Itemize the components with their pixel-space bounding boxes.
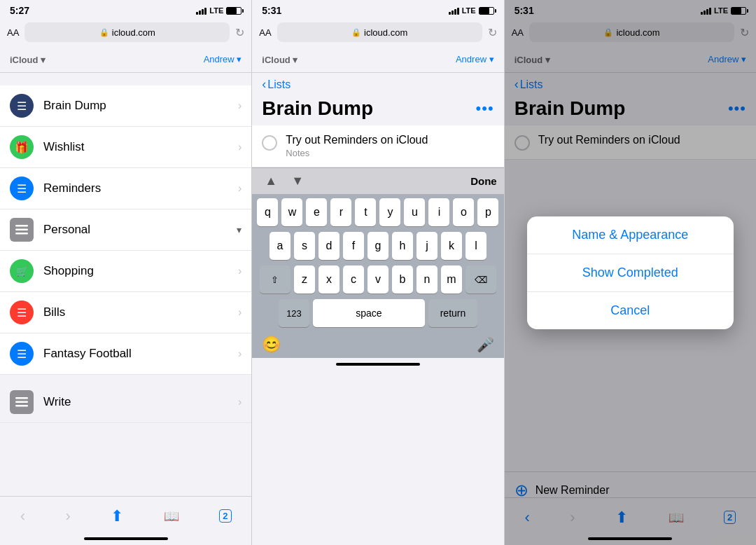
list-item-wishlist[interactable]: 🎁 Wishlist ›	[0, 127, 251, 168]
url-text-2: icloud.com	[364, 27, 407, 38]
action-name-appearance[interactable]: Name & Appearance	[527, 216, 734, 254]
home-indicator-2	[252, 358, 503, 371]
user-name-1[interactable]: Andrew ▾	[204, 53, 242, 65]
key-s[interactable]: s	[294, 232, 315, 260]
kb-row-4: 123 space return	[255, 299, 500, 327]
aa-label-1[interactable]: AA	[7, 27, 19, 38]
key-a[interactable]: a	[270, 232, 290, 260]
status-right-1: LTE	[196, 6, 241, 15]
key-q[interactable]: q	[257, 198, 278, 226]
nav-bookmarks-1[interactable]: 📖	[164, 509, 179, 524]
key-w[interactable]: w	[281, 198, 302, 226]
key-p[interactable]: p	[477, 198, 498, 226]
url-bar-2[interactable]: 🔒 icloud.com	[277, 22, 482, 42]
url-bar-1[interactable]: 🔒 icloud.com	[24, 22, 230, 42]
wishlist-label: Wishlist	[43, 140, 228, 154]
back-button-2[interactable]: ‹ Lists	[262, 77, 290, 92]
key-j[interactable]: j	[416, 232, 438, 260]
kb-bottom-bar: 😊 🎤	[255, 333, 500, 354]
key-l[interactable]: l	[465, 232, 486, 260]
key-e[interactable]: e	[306, 198, 327, 226]
nav-forward-1[interactable]: ›	[66, 507, 71, 525]
panel-action-sheet: 5:31 LTE AA 🔒 icloud.com ↻	[505, 0, 756, 545]
time-1: 5:27	[10, 5, 29, 16]
svg-rect-0	[15, 225, 28, 227]
key-return[interactable]: return	[428, 299, 477, 327]
key-t[interactable]: t	[355, 198, 376, 226]
app-name-2[interactable]: iCloud ▾	[262, 50, 298, 67]
key-space[interactable]: space	[313, 299, 425, 327]
personal-group-header[interactable]: Personal ▾	[0, 209, 251, 251]
emoji-button[interactable]: 😊	[262, 336, 281, 354]
key-b[interactable]: b	[392, 265, 413, 294]
reminder-circle-2	[262, 135, 277, 151]
kb-down-arrow[interactable]: ▼	[286, 171, 309, 191]
nav-share-1[interactable]: ⬆	[111, 507, 123, 525]
key-f[interactable]: f	[343, 232, 364, 260]
list-item-reminders[interactable]: ☰ Reminders ›	[0, 168, 251, 209]
signal-bars-2	[449, 6, 459, 15]
key-u[interactable]: u	[404, 198, 425, 226]
key-g[interactable]: g	[368, 232, 388, 260]
list-item-brain-dump[interactable]: ☰ Brain Dump ›	[0, 85, 251, 127]
reminder-title-2: Brain Dump	[262, 97, 373, 120]
personal-chevron: ▾	[237, 224, 241, 235]
shopping-label: Shopping	[43, 264, 228, 278]
keyboard-toolbar-2: ▲ ▼ Done	[252, 167, 503, 194]
status-bar-1: 5:27 LTE	[0, 0, 251, 20]
key-c[interactable]: c	[343, 265, 364, 294]
list-item-write[interactable]: Write ›	[0, 375, 251, 423]
nav-back-1[interactable]: ‹	[20, 507, 25, 525]
key-n[interactable]: n	[416, 265, 438, 294]
nav-tabs-1[interactable]: 2	[219, 509, 231, 523]
write-chevron: ›	[238, 396, 241, 408]
key-v[interactable]: v	[368, 265, 388, 294]
reload-icon-1[interactable]: ↻	[235, 26, 244, 39]
reminder-item-2[interactable]: Try out Reminders on iCloud Notes	[252, 125, 503, 167]
aa-label-2[interactable]: AA	[259, 27, 271, 38]
key-z[interactable]: z	[294, 265, 315, 294]
key-k[interactable]: k	[441, 232, 462, 260]
kb-done-button[interactable]: Done	[470, 175, 497, 187]
fantasy-football-icon: ☰	[10, 342, 34, 366]
reminder-header-2: Brain Dump •••	[252, 95, 503, 125]
key-r[interactable]: r	[330, 198, 351, 226]
app-name-1[interactable]: iCloud ▾	[10, 50, 46, 67]
kb-arrows-2: ▲ ▼	[259, 171, 309, 191]
key-delete[interactable]: ⌫	[465, 265, 496, 294]
reload-icon-2[interactable]: ↻	[488, 26, 497, 39]
kb-row-1: q w e r t y u i o p	[255, 198, 500, 226]
reminders-chevron: ›	[238, 182, 241, 195]
kb-row-2: a s d f g h j k l	[255, 232, 500, 260]
lte-1: LTE	[209, 6, 223, 15]
fantasy-football-label: Fantasy Football	[43, 347, 228, 361]
bills-chevron: ›	[238, 306, 241, 319]
keyboard-2: q w e r t y u i o p a s d f g h j k l ⇧ …	[252, 194, 503, 358]
list-item-shopping[interactable]: 🛒 Shopping ›	[0, 251, 251, 292]
list-item-bills[interactable]: ☰ Bills ›	[0, 292, 251, 333]
status-bar-2: 5:31 LTE	[252, 0, 503, 20]
kb-up-arrow[interactable]: ▲	[259, 171, 283, 191]
key-m[interactable]: m	[441, 265, 462, 294]
mic-button[interactable]: 🎤	[477, 336, 494, 353]
key-y[interactable]: y	[379, 198, 400, 226]
key-123[interactable]: 123	[279, 299, 309, 327]
personal-group-icon	[10, 218, 34, 242]
key-shift[interactable]: ⇧	[260, 265, 290, 294]
key-h[interactable]: h	[392, 232, 413, 260]
action-show-completed[interactable]: Show Completed	[527, 254, 734, 292]
list-item-fantasy-football[interactable]: ☰ Fantasy Football ›	[0, 333, 251, 375]
brain-dump-label: Brain Dump	[43, 99, 228, 113]
user-name-2[interactable]: Andrew ▾	[456, 53, 494, 65]
icloud-header-1: iCloud ▾ Andrew ▾	[0, 45, 251, 73]
action-cancel[interactable]: Cancel	[527, 292, 734, 329]
personal-label: Personal	[43, 223, 227, 237]
more-button-2[interactable]: •••	[476, 99, 494, 118]
bottom-nav-1: ‹ › ⬆ 📖 2	[0, 496, 251, 532]
shopping-chevron: ›	[238, 265, 241, 277]
lock-icon-2: 🔒	[351, 28, 361, 37]
key-x[interactable]: x	[318, 265, 340, 294]
key-d[interactable]: d	[318, 232, 340, 260]
key-i[interactable]: i	[428, 198, 449, 226]
key-o[interactable]: o	[453, 198, 474, 226]
